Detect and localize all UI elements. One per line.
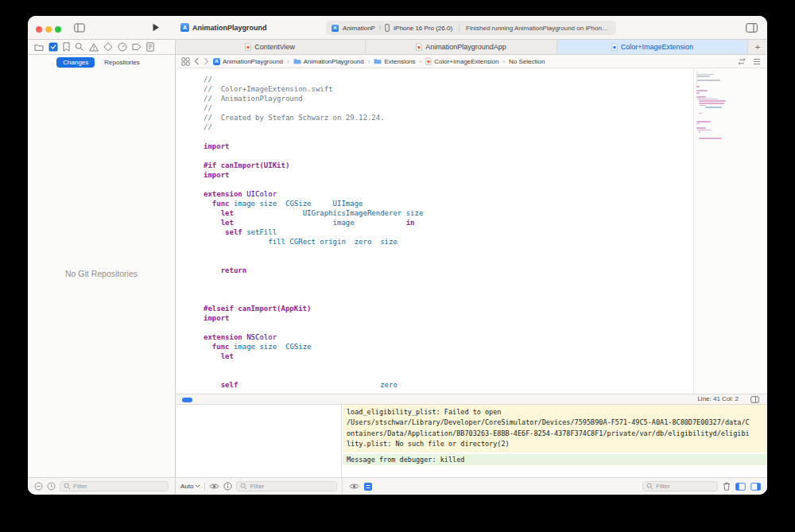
recent-files-icon[interactable] — [47, 482, 56, 491]
code-line: func image size CGSize — [204, 342, 693, 351]
code-line — [204, 256, 693, 266]
window-controls — [36, 26, 61, 33]
filter-icon — [64, 483, 71, 490]
code-line: // Color+ImageExtension.swift — [204, 84, 693, 94]
code-line: #elseif canImport(AppKit) — [204, 304, 693, 313]
navigator-filter-input[interactable]: Filter — [60, 481, 169, 491]
forward-chevron-icon[interactable] — [204, 57, 209, 65]
code-line: return — [204, 266, 693, 275]
segment-changes[interactable]: Changes — [56, 57, 95, 68]
breadcrumb-label: AnimationPlayground — [304, 58, 364, 65]
back-chevron-icon[interactable] — [194, 57, 200, 65]
folder-icon — [293, 58, 301, 64]
minimap-line — [700, 105, 707, 107]
tab-color-imageextension[interactable]: Color+ImageExtension — [557, 40, 748, 54]
xcode-window: A AnimationPlayground A AnimationP 〉 iPh… — [28, 16, 767, 495]
filter-status-icon[interactable] — [34, 482, 43, 491]
find-navigator-icon[interactable] — [75, 42, 84, 52]
sidebar-divider[interactable] — [175, 40, 176, 495]
adjust-editor-icon[interactable] — [750, 396, 759, 403]
filter-placeholder: Filter — [73, 483, 87, 490]
close-window-button[interactable] — [36, 26, 42, 33]
code-lines: //// Color+ImageExtension.swift// Animat… — [204, 75, 693, 390]
scheme-device-status-pill[interactable]: A AnimationP 〉 iPhone 16 Pro (26.0) Fini… — [326, 21, 616, 35]
debug-area-handle[interactable] — [182, 398, 192, 402]
breadcrumb-file[interactable]: Color+ImageExtension — [425, 57, 498, 65]
app-icon: A — [213, 58, 220, 65]
tab-animationplaygroundapp[interactable]: AnimationPlaygroundApp — [366, 40, 556, 54]
editor-layout-icon[interactable] — [746, 23, 758, 33]
variables-scope-dropdown[interactable]: Auto — [180, 483, 200, 490]
toggle-variables-pane-icon[interactable] — [735, 483, 746, 491]
minimap-line — [699, 131, 700, 133]
device-icon — [385, 24, 390, 32]
empty-state-message: No Git Repositories — [65, 269, 138, 278]
project-chip[interactable]: A AnimationPlayground — [180, 23, 267, 32]
tab-label: ContentView — [254, 43, 295, 51]
debug-navigator-icon[interactable] — [118, 42, 127, 52]
source-editor[interactable]: //// Color+ImageExtension.swift// Animat… — [176, 68, 693, 394]
eye-icon[interactable] — [209, 483, 219, 490]
project-navigator-icon[interactable] — [34, 43, 44, 52]
desktop: A AnimationPlayground A AnimationP 〉 iPh… — [0, 0, 795, 532]
segment-repositories[interactable]: Repositories — [98, 57, 145, 68]
app-icon: A — [180, 23, 189, 32]
reports-navigator-icon[interactable] — [146, 42, 154, 52]
code-line — [204, 132, 693, 142]
console-mode-icon[interactable] — [364, 483, 372, 491]
info-icon[interactable] — [223, 482, 232, 491]
activity-status: Finished running AnimationPlayground on … — [466, 25, 611, 32]
code-line: // Created by Stefan Schwarz on 29.12.24… — [204, 113, 693, 122]
toolbar: A AnimationPlayground A AnimationP 〉 iPh… — [28, 16, 767, 40]
breadcrumb-separator: › — [502, 58, 505, 65]
code-line — [204, 275, 693, 285]
breadcrumb-project[interactable]: A AnimationPlayground — [213, 58, 283, 65]
code-line: // — [204, 103, 693, 113]
tests-navigator-icon[interactable] — [103, 42, 113, 52]
code-line: // — [204, 122, 693, 132]
breadcrumb-extensions[interactable]: Extensions — [374, 58, 415, 65]
code-line — [204, 247, 693, 256]
console-line: /Users/stschwar/Library/Developer/CoreSi… — [347, 417, 763, 428]
minimap-menu-icon[interactable] — [753, 58, 761, 65]
trash-icon[interactable] — [723, 482, 731, 491]
code-line: let — [204, 351, 693, 361]
code-line — [204, 151, 693, 161]
add-tab-button[interactable]: + — [748, 40, 767, 54]
device-name[interactable]: iPhone 16 Pro (26.0) — [394, 25, 452, 32]
issues-navigator-icon[interactable] — [89, 43, 99, 52]
folder-icon — [374, 58, 382, 64]
sidebar-toggle-icon[interactable] — [74, 23, 85, 33]
bookmarks-navigator-icon[interactable] — [63, 42, 70, 52]
minimap[interactable] — [693, 68, 767, 394]
console-filter-input[interactable]: Filter — [642, 481, 718, 491]
related-items-icon[interactable] — [181, 57, 190, 66]
code-line: extension UIColor — [204, 189, 693, 199]
filter-placeholder: Filter — [656, 483, 670, 490]
minimap-line — [699, 100, 726, 102]
code-line — [204, 180, 693, 189]
code-line: import — [204, 313, 693, 323]
zoom-window-button[interactable] — [55, 26, 61, 33]
tab-contentview[interactable]: ContentView — [175, 40, 366, 54]
source-control-navigator-icon[interactable] — [48, 42, 58, 52]
console-line: load_eligibility_plist: Failed to open — [347, 407, 763, 417]
scheme-name[interactable]: AnimationP — [343, 25, 375, 32]
source-control-navigator: No Git Repositories — [28, 69, 175, 477]
minimize-window-button[interactable] — [45, 26, 52, 33]
variables-view[interactable] — [176, 405, 342, 477]
eye-icon[interactable] — [349, 483, 359, 490]
breadcrumb-selection[interactable]: No Selection — [509, 58, 545, 65]
code-line: // — [204, 75, 693, 84]
swap-icon[interactable] — [737, 58, 747, 65]
minimap-line — [696, 86, 700, 87]
code-line — [204, 323, 693, 332]
code-line: extension NSColor — [204, 332, 693, 342]
minimap-line — [696, 121, 711, 122]
variables-filter-input[interactable]: Filter — [236, 481, 337, 491]
console-output[interactable]: load_eligibility_plist: Failed to open/U… — [343, 405, 767, 477]
toggle-console-pane-icon[interactable] — [750, 483, 761, 491]
run-button[interactable] — [152, 23, 160, 32]
breakpoints-navigator-icon[interactable] — [132, 43, 142, 51]
breadcrumb-group[interactable]: AnimationPlayground — [293, 58, 364, 65]
